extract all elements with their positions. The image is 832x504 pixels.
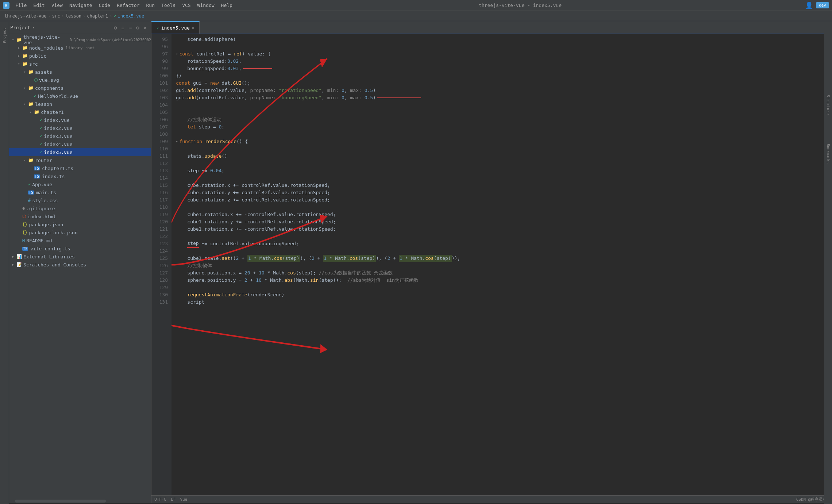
code-line-115: cube.rotation.x += controlRef.value.rota…: [176, 182, 832, 189]
structure-tab[interactable]: Structure: [826, 95, 830, 115]
project-tab[interactable]: Project: [2, 26, 7, 45]
tree-item-app-vue[interactable]: ✓ App.vue: [9, 180, 151, 188]
tab-close-icon[interactable]: ×: [192, 26, 194, 30]
menu-code[interactable]: Code: [96, 1, 113, 9]
panel-header: 📁 Project ▾ ⚙ ≡ ⋯ ⚙ ×: [0, 21, 151, 34]
menu-file[interactable]: File: [12, 1, 30, 9]
tree-item-vue-svg[interactable]: ⬡ vue.svg: [9, 76, 151, 84]
tree-item-chapter1-ts[interactable]: TS chapter1.ts: [9, 164, 151, 172]
code-line-130: requestAnimationFrame(renderScene): [176, 291, 832, 299]
tree-item-helloworld[interactable]: ✓ HelloWorld.vue: [9, 92, 151, 100]
code-line-120: cube1.rotation.y += -controlRef.value.ro…: [176, 218, 832, 226]
tree-item-node-modules[interactable]: ▶ 📁 node_modules library root: [9, 44, 151, 52]
menu-edit[interactable]: Edit: [30, 1, 47, 9]
panel-actions: ⚙ ≡ ⋯ ⚙ ×: [112, 24, 148, 31]
code-line-124: [176, 247, 832, 255]
status-line: LF: [171, 497, 176, 502]
tree-item-index3-vue[interactable]: ✓ index3.vue: [9, 132, 151, 140]
settings-icon[interactable]: ⚙: [135, 24, 140, 31]
main-layout: Project 📁 Project ▾ ⚙ ≡ ⋯ ⚙ × ▾ 📁 threej…: [0, 21, 832, 503]
tree-item-chapter1[interactable]: ▾ 📁 chapter1: [9, 108, 151, 116]
tree-item-gitignore[interactable]: ⚙ .gitignore: [9, 204, 151, 212]
tree-item-style-css[interactable]: # style.css: [9, 196, 151, 204]
tree-item-external-libs[interactable]: ▶ 📊 External Libraries: [9, 253, 151, 261]
bookmarks-tab[interactable]: Bookmarks: [826, 144, 830, 163]
code-line-122: [176, 233, 832, 240]
breadcrumb-chapter1[interactable]: chapter1: [87, 14, 108, 19]
code-line-118: [176, 204, 832, 211]
code-line-131: script: [176, 299, 832, 306]
user-icon[interactable]: 👤: [805, 1, 813, 9]
tree-item-readme[interactable]: M README.md: [9, 236, 151, 245]
tree-item-router[interactable]: ▾ 📁 router: [9, 156, 151, 164]
tree-item-components[interactable]: ▾ 📁 components: [9, 84, 151, 92]
tree-item-scratches[interactable]: ▶ 📝 Scratches and Consoles: [9, 261, 151, 269]
collapse-icon[interactable]: ≡: [120, 24, 126, 31]
tree-item-src[interactable]: ▾ 📁 src: [9, 60, 151, 68]
right-tab-strip: Structure Bookmarks: [824, 22, 832, 504]
breadcrumb-root[interactable]: threejs-vite-vue: [4, 14, 47, 19]
code-line-98: rotationSpeed:0.02,: [176, 58, 832, 65]
code-line-102: gui.add(controlRef.value, propName: "rot…: [176, 87, 832, 94]
tree-item-index-html[interactable]: ⬡ index.html: [9, 212, 151, 220]
tree-item-package-lock-json[interactable]: {} package-lock.json: [9, 228, 151, 236]
sync-icon[interactable]: ⚙: [112, 24, 118, 31]
app-icon: W: [3, 2, 9, 9]
breadcrumb-src[interactable]: src: [52, 14, 60, 19]
code-line-117: cube.rotation.z += controlRef.value.rota…: [176, 196, 832, 204]
tree-item-index-ts[interactable]: TS index.ts: [9, 172, 151, 180]
code-line-125: cube1.scale.set((2 + 1 * Math.cos(step))…: [176, 255, 832, 262]
code-editor: 95 96 97 98 99 100 101 102 103 104 105 1…: [151, 34, 832, 495]
status-info: UTF-8: [154, 497, 166, 502]
tab-bar: ✓ index5.vue ×: [151, 21, 832, 34]
dropdown-arrow[interactable]: ▾: [32, 25, 35, 30]
menu-refactor[interactable]: Refactor: [114, 1, 143, 9]
vertical-tab-strip: Project: [0, 22, 9, 504]
tree-item-project[interactable]: ▾ 📁 threejs-vite-vue D:\ProgramWorkSpace…: [9, 36, 151, 44]
code-line-113: step += 0.04;: [176, 167, 832, 174]
menu-window[interactable]: Window: [194, 1, 217, 9]
editor-area: ✓ index5.vue × 95 96 97 98 99 100 101 10…: [151, 21, 832, 503]
tree-item-index-vue[interactable]: ✓ index.vue: [9, 116, 151, 124]
more-icon[interactable]: ⋯: [127, 24, 133, 31]
code-line-128: sphere.position.y = 2 + 10 * Math.abs(Ma…: [176, 277, 832, 284]
code-line-99: bouncingSpeed:0.03,: [176, 65, 832, 72]
tree-item-main-ts[interactable]: TS main.ts: [9, 188, 151, 196]
code-line-105: [176, 109, 832, 116]
status-lang: Vue: [180, 497, 187, 502]
line-numbers: 95 96 97 98 99 100 101 102 103 104 105 1…: [151, 34, 172, 495]
code-line-97: ▾const controlRef = ref( value: {: [176, 50, 832, 58]
tree-item-index2-vue[interactable]: ✓ index2.vue: [9, 124, 151, 132]
window-title: threejs-vite-vue - index5.vue: [236, 3, 804, 8]
close-panel-icon[interactable]: ×: [142, 24, 148, 31]
code-line-119: cube1.rotation.x += -controlRef.value.ro…: [176, 211, 832, 218]
tree-item-index5-vue[interactable]: ✓ index5.vue: [9, 148, 151, 156]
code-line-100: }): [176, 72, 832, 80]
code-line-123: step += controlRef.value.bouncingSpeed;: [176, 240, 832, 247]
menu-vcs[interactable]: VCS: [179, 1, 193, 9]
breadcrumb-lesson[interactable]: lesson: [66, 14, 81, 19]
breadcrumb-file[interactable]: index5.vue: [118, 14, 144, 19]
tree-item-index4-vue[interactable]: ✓ index4.vue: [9, 140, 151, 148]
menu-run[interactable]: Run: [143, 1, 158, 9]
breadcrumb-bar: threejs-vite-vue › src › lesson › chapte…: [0, 11, 832, 21]
code-line-103: gui.add(controlRef.value, propName: "bou…: [176, 94, 832, 101]
tree-item-assets[interactable]: ▾ 📁 assets: [9, 68, 151, 76]
horizontal-scrollbar[interactable]: [0, 499, 151, 503]
dev-badge: dev: [816, 2, 829, 8]
code-line-95: scene.add(sphere): [176, 36, 832, 43]
code-content[interactable]: scene.add(sphere) ▾const controlRef = re…: [172, 34, 832, 495]
menu-bar: W File Edit View Navigate Code Refactor …: [0, 0, 832, 11]
code-line-108: [176, 131, 832, 138]
tree-item-package-json[interactable]: {} package.json: [9, 220, 151, 228]
file-tree: ▾ 📁 threejs-vite-vue D:\ProgramWorkSpace…: [9, 34, 151, 499]
tree-item-public[interactable]: ▶ 📁 public: [9, 52, 151, 60]
code-line-104: [176, 101, 832, 109]
menu-tools[interactable]: Tools: [158, 1, 178, 9]
tab-index5-vue[interactable]: ✓ index5.vue ×: [151, 21, 200, 34]
menu-view[interactable]: View: [49, 1, 66, 9]
tree-item-vite-config[interactable]: TS vite.config.ts: [9, 245, 151, 253]
menu-navigate[interactable]: Navigate: [66, 1, 95, 9]
menu-help[interactable]: Help: [218, 1, 235, 9]
tree-item-lesson[interactable]: ▾ 📁 lesson: [9, 100, 151, 108]
